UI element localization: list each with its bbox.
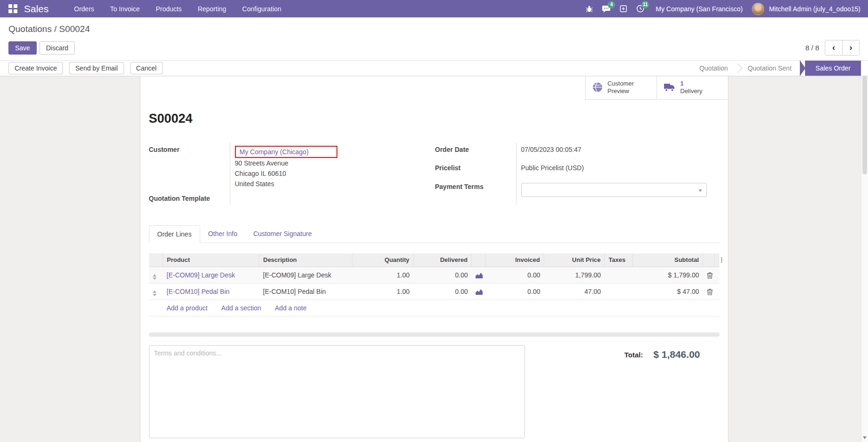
- menu-configuration[interactable]: Configuration: [235, 1, 288, 17]
- quantity-column-header[interactable]: Quantity: [352, 253, 414, 267]
- debug-bug-icon[interactable]: [583, 3, 595, 15]
- user-menu[interactable]: Mitchell Admin (july_4_odoo15): [769, 5, 860, 13]
- optional-columns-toggle-icon[interactable]: ⋮: [715, 253, 719, 267]
- unit-price-cell[interactable]: 47.00: [544, 283, 605, 300]
- address-city: Chicago IL 60610: [235, 168, 371, 179]
- pricelist-value[interactable]: Public Pricelist (USD): [516, 161, 707, 180]
- payment-terms-label: Payment Terms: [435, 180, 516, 205]
- save-button[interactable]: Save: [8, 41, 37, 55]
- add-a-note-link[interactable]: Add a note: [275, 304, 307, 312]
- order-date-value[interactable]: 07/05/2023 00:05:47: [516, 143, 707, 161]
- drag-handle-icon[interactable]: [149, 283, 163, 300]
- tab-customer-signature[interactable]: Customer Signature: [245, 225, 320, 243]
- stage-quotation-sent[interactable]: Quotation Sent: [739, 61, 800, 76]
- invoiced-cell[interactable]: 0.00: [486, 267, 544, 283]
- address-country: United States: [235, 179, 371, 189]
- product-link[interactable]: [E-COM09] Large Desk: [167, 271, 235, 279]
- stage-sales-order-active[interactable]: Sales Order: [805, 61, 861, 76]
- company-switcher[interactable]: My Company (San Francisco): [651, 5, 747, 13]
- right-field-group: Order Date 07/05/2023 00:05:47 Pricelist…: [435, 143, 702, 205]
- delivered-cell[interactable]: 0.00: [414, 267, 472, 283]
- add-a-product-link[interactable]: Add a product: [167, 304, 208, 312]
- delivered-column-header[interactable]: Delivered: [414, 253, 472, 267]
- table-footer-links: Add a product Add a section Add a note: [163, 300, 719, 316]
- terms-and-conditions-input[interactable]: [149, 345, 525, 438]
- field-groups: Customer My Company (Chicago) 90 Streets…: [149, 143, 719, 205]
- menu-reporting[interactable]: Reporting: [191, 1, 233, 17]
- product-column-header[interactable]: Product: [163, 253, 259, 267]
- payment-terms-select[interactable]: [521, 183, 707, 197]
- pager-next-button[interactable]: ›: [842, 40, 859, 55]
- discard-button[interactable]: Discard: [39, 41, 75, 55]
- stage-quotation[interactable]: Quotation: [691, 61, 736, 76]
- add-square-icon[interactable]: [617, 3, 629, 15]
- delete-row-icon[interactable]: [703, 267, 715, 283]
- add-a-section-link[interactable]: Add a section: [221, 304, 261, 312]
- subtotal-column-header[interactable]: Subtotal: [633, 253, 703, 267]
- scrollbar-down-arrow-icon[interactable]: [863, 436, 867, 439]
- customer-preview-label: Customer Preview: [608, 80, 634, 95]
- menu-orders[interactable]: Orders: [68, 1, 101, 17]
- invoiced-column-header[interactable]: Invoiced: [486, 253, 544, 267]
- messages-icon[interactable]: 4: [600, 3, 612, 15]
- quotation-template-label: Quotation Template: [149, 192, 230, 205]
- delete-column-header: [703, 253, 715, 267]
- description-cell[interactable]: [E-COM10] Pedal Bin: [259, 283, 352, 300]
- drag-handle-icon[interactable]: [149, 267, 163, 283]
- customer-preview-button[interactable]: Customer Preview: [585, 75, 657, 99]
- product-link[interactable]: [E-COM10] Pedal Bin: [167, 288, 230, 295]
- apps-grid-icon[interactable]: [8, 4, 17, 13]
- send-by-email-button[interactable]: Send by Email: [69, 62, 124, 74]
- left-field-group: Customer My Company (Chicago) 90 Streets…: [149, 143, 371, 205]
- quantity-cell[interactable]: 1.00: [352, 283, 414, 300]
- section-divider: [149, 332, 719, 337]
- forecast-chart-icon[interactable]: [472, 267, 486, 283]
- order-date-label: Order Date: [435, 143, 516, 161]
- quotation-template-field[interactable]: [230, 192, 371, 205]
- truck-icon: [664, 83, 676, 92]
- pager-buttons: ‹ ›: [825, 40, 860, 55]
- description-column-header[interactable]: Description: [259, 253, 352, 267]
- activities-clock-icon[interactable]: 11: [634, 3, 646, 15]
- taxes-cell[interactable]: [605, 267, 633, 283]
- unit-price-cell[interactable]: 1,799.00: [544, 267, 605, 283]
- table-row[interactable]: [E-COM10] Pedal Bin [E-COM10] Pedal Bin …: [149, 283, 719, 300]
- table-row[interactable]: [E-COM09] Large Desk [E-COM09] Large Des…: [149, 267, 719, 283]
- pricelist-label: Pricelist: [435, 161, 516, 180]
- forecast-chart-icon[interactable]: [472, 283, 486, 300]
- cancel-button[interactable]: Cancel: [130, 62, 163, 74]
- app-brand[interactable]: Sales: [24, 3, 49, 15]
- delivery-button[interactable]: 1 Delivery: [657, 75, 728, 99]
- description-cell[interactable]: [E-COM09] Large Desk: [259, 267, 352, 283]
- pager-previous-button[interactable]: ‹: [825, 40, 842, 55]
- invoiced-cell[interactable]: 0.00: [486, 283, 544, 300]
- form-view-content: Customer Preview 1 Delivery S00024 Custo…: [0, 66, 868, 442]
- chevron-down-icon: [698, 189, 702, 192]
- taxes-column-header[interactable]: Taxes: [605, 253, 633, 267]
- user-avatar[interactable]: [752, 3, 764, 15]
- delivery-label: 1 Delivery: [680, 80, 703, 95]
- main-menu: Orders To Invoice Products Reporting Con…: [68, 1, 288, 17]
- subtotal-cell: $ 47.00: [633, 283, 703, 300]
- tab-other-info[interactable]: Other Info: [200, 225, 245, 243]
- menu-products[interactable]: Products: [149, 1, 188, 17]
- vertical-scrollbar[interactable]: [861, 66, 868, 442]
- pager: 8 / 8 ‹ ›: [805, 40, 860, 55]
- menu-to-invoice[interactable]: To Invoice: [103, 1, 146, 17]
- navbar-systray: 4 11 My Company (San Francisco) Mitchell…: [583, 3, 860, 15]
- breadcrumb-quotations[interactable]: Quotations: [8, 24, 52, 34]
- taxes-cell[interactable]: [605, 283, 633, 300]
- sales-order-form-screen: Sales Orders To Invoice Products Reporti…: [0, 0, 868, 442]
- totals-block: Total: $ 1,846.00: [625, 345, 719, 438]
- delivered-cell[interactable]: 0.00: [414, 283, 472, 300]
- scrollbar-thumb[interactable]: [862, 76, 867, 174]
- customer-link[interactable]: My Company (Chicago): [240, 148, 309, 156]
- pager-count: 8 / 8: [805, 44, 819, 52]
- control-panel-actions: Save Discard 8 / 8 ‹ ›: [8, 40, 860, 55]
- breadcrumb: Quotations / S00024: [8, 24, 860, 34]
- unit-price-column-header[interactable]: Unit Price: [544, 253, 605, 267]
- delete-row-icon[interactable]: [703, 283, 715, 300]
- quantity-cell[interactable]: 1.00: [352, 267, 414, 283]
- create-invoice-button[interactable]: Create Invoice: [8, 62, 63, 74]
- tab-order-lines[interactable]: Order Lines: [149, 225, 200, 243]
